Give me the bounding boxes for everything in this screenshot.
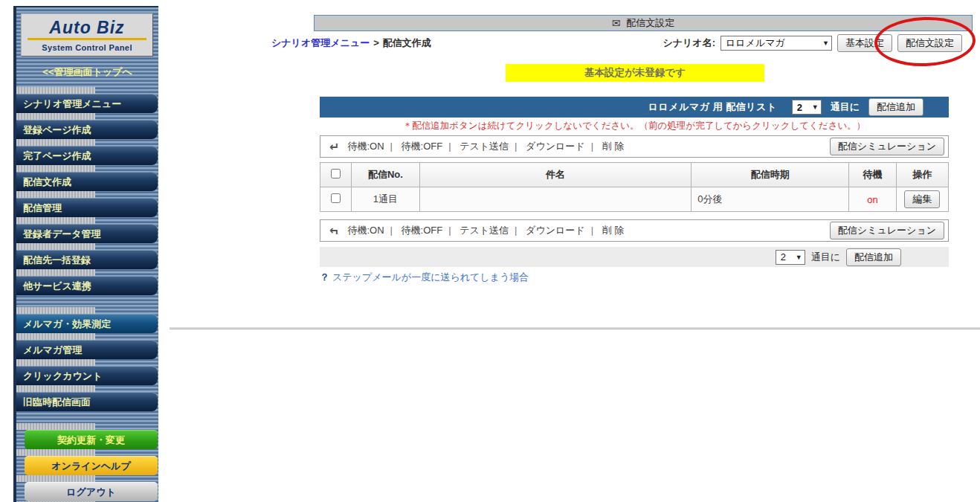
row-checkbox[interactable]: [331, 193, 341, 203]
action-standby-off[interactable]: 待機:OFF: [402, 225, 457, 236]
sidebar-item-scenario-menu[interactable]: シナリオ管理メニュー: [16, 94, 158, 113]
add-position-select-top[interactable]: 2 ▼: [792, 100, 822, 115]
apply-below-arrow-icon: ↵: [329, 140, 339, 154]
delivery-list-header-bar: ロロメルマガ 用 配信リスト 2 ▼ 通目に 配信追加: [320, 97, 949, 118]
column-header-action: 操作: [896, 163, 948, 187]
sidebar-item-legacy-delivery[interactable]: 旧臨時配信画面: [16, 392, 158, 411]
action-delete[interactable]: 削 除: [602, 141, 625, 152]
column-header-subject: 件名: [419, 163, 692, 187]
sidebar-item-external-services[interactable]: 他サービス連携: [16, 276, 158, 295]
page: Auto Biz System Control Panel <<管理画面トップへ…: [0, 0, 980, 502]
breadcrumb-row: シナリオ管理メニュー>配信文作成 シナリオ名: ロロメルマガ ▼ 基本設定 配信…: [271, 34, 974, 52]
sidebar-item-contract-update[interactable]: 契約更新・変更: [25, 430, 158, 449]
menu-divider-strip: [16, 87, 95, 94]
page-title: 配信文設定: [626, 16, 674, 30]
breadcrumb-link-scenario-menu[interactable]: シナリオ管理メニュー: [271, 37, 370, 48]
menu-divider-strip: [16, 191, 95, 198]
chevron-down-icon: ▼: [796, 254, 802, 261]
app-logo: Auto Biz System Control Panel: [21, 13, 153, 57]
menu-divider-strip: [16, 359, 95, 366]
bulk-actions: 待機:ON 待機:OFF テスト送信 ダウンロード 削 除: [347, 224, 624, 237]
app-logo-subtitle: System Control Panel: [23, 43, 151, 52]
scenario-controls: シナリオ名: ロロメルマガ ▼ 基本設定 配信文設定: [663, 34, 962, 52]
sidebar-item-melmaga-measure[interactable]: メルマガ・効果測定: [16, 314, 158, 333]
menu-divider-strip: [16, 243, 95, 250]
sidebar: Auto Biz System Control Panel <<管理画面トップへ…: [13, 6, 158, 502]
breadcrumb-current: 配信文作成: [383, 37, 431, 48]
select-all-cell: [320, 163, 352, 187]
breadcrumb: シナリオ管理メニュー>配信文作成: [271, 36, 431, 50]
column-header-standby: 待機: [849, 163, 897, 187]
menu-divider-strip: [16, 165, 95, 172]
row-select-cell: [320, 187, 352, 212]
delivery-table: 配信No. 件名 配信時期 待機 操作 1通目 0分後 on 編集: [320, 162, 949, 212]
delivery-table-header-row: 配信No. 件名 配信時期 待機 操作: [320, 163, 949, 187]
question-mark-icon: ？: [320, 271, 329, 283]
delivery-settings-button[interactable]: 配信文設定: [897, 34, 962, 52]
action-standby-on[interactable]: 待機:ON: [347, 141, 399, 152]
sidebar-item-click-count[interactable]: クリックカウント: [16, 366, 158, 385]
add-position-select-bottom[interactable]: 2 ▼: [776, 250, 805, 265]
menu-divider-strip: [16, 217, 95, 224]
add-delivery-button-bottom[interactable]: 配信追加: [846, 248, 901, 266]
apply-above-arrow-icon: ↵: [329, 224, 339, 238]
action-standby-on[interactable]: 待機:ON: [347, 225, 399, 236]
sidebar-menu: シナリオ管理メニュー 登録ページ作成 完了ページ作成 配信文作成 配信管理 登録…: [16, 87, 158, 502]
menu-divider-strip: [16, 269, 95, 276]
add-position-select-value: 2: [797, 102, 802, 113]
add-delivery-warning: ＊配信追加ボタンは続けてクリックしないでください。（前の処理が完了してからクリッ…: [320, 120, 949, 132]
row-standby-status: on: [849, 187, 897, 212]
action-download[interactable]: ダウンロード: [526, 141, 599, 152]
delivery-simulation-button-top[interactable]: 配信シミュレーション: [830, 138, 944, 155]
add-position-suffix: 通目に: [811, 251, 840, 264]
delivery-simulation-button-bottom[interactable]: 配信シミュレーション: [830, 222, 944, 239]
chevron-down-icon: ▼: [812, 103, 819, 111]
page-title-bar: ✉ 配信文設定: [314, 15, 973, 31]
action-test-send[interactable]: テスト送信: [460, 141, 523, 152]
sidebar-item-delivery-compose[interactable]: 配信文作成: [16, 172, 158, 191]
row-action-cell: 編集: [896, 187, 948, 212]
add-delivery-button-top[interactable]: 配信追加: [868, 98, 923, 116]
sidebar-item-logout[interactable]: ログアウト: [25, 482, 158, 501]
chevron-down-icon: ▼: [822, 39, 829, 47]
sidebar-item-subscriber-data[interactable]: 登録者データ管理: [16, 224, 158, 243]
main-content: ✉ 配信文設定 シナリオ管理メニュー>配信文作成 シナリオ名: ロロメルマガ ▼…: [271, 0, 980, 502]
bulk-actions-toolbar-top: ↵ 待機:ON 待機:OFF テスト送信 ダウンロード 削 除 配信シミュレーシ…: [320, 135, 949, 158]
action-download[interactable]: ダウンロード: [526, 225, 599, 236]
scenario-select[interactable]: ロロメルマガ ▼: [721, 36, 832, 51]
menu-divider-strip: [16, 113, 95, 120]
menu-divider-strip: [16, 423, 95, 430]
delivery-list-title: ロロメルマガ 用 配信リスト: [648, 100, 777, 114]
action-standby-off[interactable]: 待機:OFF: [402, 141, 457, 152]
add-delivery-band-bottom: 2 ▼ 通目に 配信追加: [320, 247, 949, 267]
breadcrumb-separator: >: [370, 37, 383, 48]
row-timing: 0分後: [692, 187, 849, 212]
menu-divider-strip: [16, 333, 95, 340]
column-header-timing: 配信時期: [692, 163, 849, 187]
sidebar-item-bulk-register[interactable]: 配信先一括登録: [16, 250, 158, 269]
basic-settings-button[interactable]: 基本設定: [837, 34, 892, 52]
edit-button[interactable]: 編集: [904, 190, 940, 208]
sidebar-item-online-help[interactable]: オンラインヘルプ: [25, 456, 158, 475]
content-divider: [170, 327, 980, 329]
action-delete[interactable]: 削 除: [602, 225, 625, 236]
row-subject: [419, 187, 692, 212]
bulk-actions: 待機:ON 待機:OFF テスト送信 ダウンロード 削 除: [347, 140, 624, 153]
sidebar-item-complete-page[interactable]: 完了ページ作成: [16, 146, 158, 165]
action-test-send[interactable]: テスト送信: [460, 225, 523, 236]
add-position-suffix: 通目に: [831, 100, 860, 114]
help-link-row: ？ステップメールが一度に送られてしまう場合: [320, 271, 529, 284]
app-logo-title: Auto Biz: [28, 19, 146, 40]
sidebar-item-melmaga-manage[interactable]: メルマガ管理: [16, 340, 158, 359]
sidebar-item-delivery-manage[interactable]: 配信管理: [16, 198, 158, 217]
sidebar-item-registration-page[interactable]: 登録ページ作成: [16, 120, 158, 139]
menu-divider-strip: [16, 475, 95, 482]
menu-divider-strip: [16, 307, 95, 314]
select-all-checkbox[interactable]: [331, 169, 341, 178]
unregistered-notice: 基本設定が未登録です: [506, 64, 764, 82]
menu-divider-strip: [16, 449, 95, 456]
stepmail-help-link[interactable]: ステップメールが一度に送られてしまう場合: [332, 271, 529, 283]
sidebar-link-admin-top[interactable]: <<管理画面トップへ: [16, 65, 158, 79]
add-position-select-value: 2: [781, 251, 786, 263]
table-row: 1通目 0分後 on 編集: [320, 187, 949, 212]
